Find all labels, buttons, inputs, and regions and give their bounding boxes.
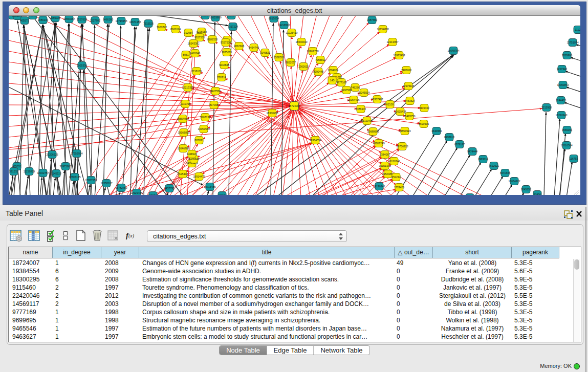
svg-text:912954: 912954 — [184, 31, 192, 34]
svg-text:5226058: 5226058 — [197, 30, 207, 33]
svg-text:12093872: 12093872 — [557, 83, 569, 86]
svg-text:7386372: 7386372 — [356, 107, 366, 111]
svg-text:3267130: 3267130 — [200, 116, 210, 119]
svg-text:13751074: 13751074 — [567, 41, 578, 44]
svg-text:12213957: 12213957 — [386, 40, 398, 43]
svg-text:9474444: 9474444 — [467, 150, 477, 153]
svg-text:2089140: 2089140 — [38, 18, 48, 21]
svg-text:8186328: 8186328 — [207, 38, 217, 41]
svg-text:9115460: 9115460 — [419, 106, 429, 110]
svg-text:8660124: 8660124 — [170, 28, 181, 31]
svg-text:1733426: 1733426 — [394, 186, 404, 189]
svg-text:1569291: 1569291 — [562, 128, 572, 132]
svg-text:11325419: 11325419 — [286, 31, 298, 34]
svg-text:8454749: 8454749 — [249, 46, 259, 49]
svg-text:7625402: 7625402 — [178, 172, 188, 176]
svg-text:9146821: 9146821 — [260, 51, 270, 54]
svg-text:1145119: 1145119 — [51, 172, 61, 175]
svg-text:1527602: 1527602 — [90, 19, 100, 22]
svg-text:18300295: 18300295 — [266, 112, 278, 115]
svg-text:13716485: 13716485 — [204, 185, 215, 188]
svg-text:20891: 20891 — [29, 16, 37, 17]
svg-text:14353569: 14353569 — [198, 127, 209, 130]
svg-text:12213319: 12213319 — [182, 86, 193, 89]
svg-text:10025438: 10025438 — [394, 110, 406, 113]
svg-text:1010755: 1010755 — [180, 102, 190, 105]
svg-text:16154808: 16154808 — [377, 28, 388, 31]
svg-text:10688609: 10688609 — [367, 130, 379, 133]
svg-text:12923445: 12923445 — [130, 191, 142, 194]
svg-text:2933114: 2933114 — [478, 158, 488, 161]
svg-text:9245652: 9245652 — [521, 188, 531, 191]
svg-text:1640954: 1640954 — [431, 129, 442, 133]
svg-text:10046788: 10046788 — [177, 147, 189, 150]
svg-text:9227342: 9227342 — [557, 68, 567, 71]
svg-text:19136141: 19136141 — [373, 185, 385, 188]
svg-text:7632621: 7632621 — [489, 164, 499, 167]
svg-text:20206526: 20206526 — [46, 153, 58, 156]
svg-text:16543382: 16543382 — [187, 42, 199, 45]
svg-text:1112: 1112 — [575, 28, 580, 31]
svg-text:8131: 8131 — [228, 16, 234, 17]
svg-text:252214: 252214 — [391, 176, 400, 179]
svg-text:10719155: 10719155 — [115, 19, 127, 23]
svg-text:8938913: 8938913 — [444, 136, 454, 139]
svg-text:15720407: 15720407 — [361, 119, 373, 122]
svg-text:746266: 746266 — [351, 86, 359, 89]
svg-text:9242848: 9242848 — [219, 63, 229, 67]
svg-text:19384554: 19384554 — [309, 139, 321, 142]
svg-text:17016504: 17016504 — [560, 144, 572, 147]
svg-text:3875685: 3875685 — [222, 51, 232, 54]
svg-text:19166825: 19166825 — [178, 131, 189, 134]
svg-text:1498222: 1498222 — [187, 152, 197, 156]
svg-text:9329966: 9329966 — [562, 54, 572, 57]
svg-text:12975115: 12975115 — [403, 84, 415, 87]
svg-text:10973493: 10973493 — [393, 54, 405, 57]
svg-text:19914479: 19914479 — [193, 175, 205, 178]
svg-text:6794024: 6794024 — [328, 69, 338, 72]
svg-text:8813054: 8813054 — [269, 17, 279, 20]
svg-text:145: 145 — [330, 79, 335, 82]
svg-text:12942757: 12942757 — [37, 171, 49, 174]
svg-text:780314: 780314 — [217, 76, 226, 79]
svg-text:16120746: 16120746 — [388, 160, 400, 163]
svg-text:1244415: 1244415 — [556, 99, 566, 102]
svg-text:19654963: 19654963 — [177, 117, 188, 120]
svg-text:391531: 391531 — [9, 170, 18, 173]
svg-text:2718179: 2718179 — [191, 70, 202, 73]
svg-text:18807249: 18807249 — [373, 142, 384, 145]
svg-text:16053809: 16053809 — [209, 16, 221, 19]
svg-text:9327508: 9327508 — [221, 41, 231, 44]
svg-text:10307487: 10307487 — [371, 98, 383, 101]
svg-text:1527602: 1527602 — [77, 18, 87, 21]
svg-text:2420046: 2420046 — [190, 52, 200, 55]
svg-text:19756928: 19756928 — [396, 145, 408, 148]
svg-text:10654122: 10654122 — [508, 180, 520, 183]
svg-text:2005334: 2005334 — [77, 64, 87, 67]
svg-text:7663822: 7663822 — [157, 26, 167, 29]
svg-text:10653267: 10653267 — [63, 17, 75, 20]
svg-text:6466160: 6466160 — [103, 18, 113, 21]
svg-text:2588520: 2588520 — [274, 56, 284, 59]
svg-text:1362615: 1362615 — [298, 65, 309, 68]
svg-text:887831: 887831 — [194, 139, 203, 142]
svg-text:8822037: 8822037 — [286, 61, 296, 64]
svg-text:9990448: 9990448 — [313, 70, 323, 73]
svg-text:2867608: 2867608 — [234, 45, 244, 48]
svg-text:92456: 92456 — [534, 193, 541, 195]
svg-text:7515526: 7515526 — [143, 22, 154, 25]
svg-text:16671355: 16671355 — [129, 20, 141, 24]
svg-text:13654923: 13654923 — [399, 129, 410, 133]
svg-text:62100: 62100 — [386, 103, 394, 106]
svg-text:(x): (x) — [128, 233, 135, 239]
svg-text:9457791: 9457791 — [164, 187, 175, 190]
svg-text:16782759: 16782759 — [115, 186, 127, 189]
svg-text:18724007: 18724007 — [288, 104, 300, 107]
svg-text:12505135: 12505135 — [69, 176, 80, 179]
svg-text:7357224: 7357224 — [228, 25, 238, 28]
svg-text:30975867: 30975867 — [59, 165, 71, 168]
svg-text:116753: 116753 — [570, 157, 578, 160]
svg-text:1292344: 1292344 — [148, 194, 158, 195]
svg-text:5384067: 5384067 — [380, 153, 390, 156]
svg-text:6879197: 6879197 — [454, 143, 465, 146]
